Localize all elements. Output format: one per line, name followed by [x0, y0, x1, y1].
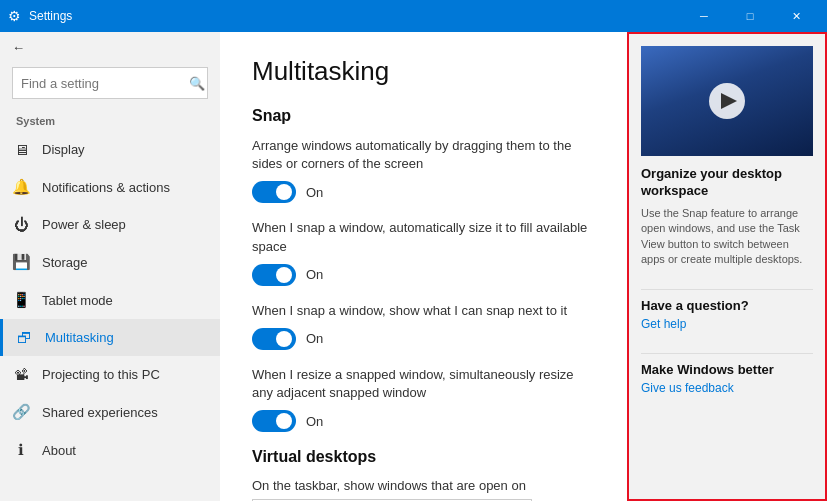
sidebar-item-label: Shared experiences — [42, 405, 158, 420]
snap-description: Arrange windows automatically by draggin… — [252, 137, 595, 173]
give-feedback-link[interactable]: Give us feedback — [641, 381, 813, 395]
sidebar-item-label: Storage — [42, 255, 88, 270]
panel-organize-description: Use the Snap feature to arrange open win… — [641, 206, 813, 268]
snap-toggle[interactable] — [252, 181, 296, 203]
panel-help-title: Have a question? — [641, 298, 813, 313]
tablet-icon: 📱 — [12, 291, 30, 309]
sidebar-item-label: Notifications & actions — [42, 180, 170, 195]
snap-resize-description: When I resize a snapped window, simultan… — [252, 366, 595, 402]
sidebar-item-label: Projecting to this PC — [42, 367, 160, 382]
snap-show-toggle[interactable] — [252, 328, 296, 350]
play-icon — [721, 93, 737, 109]
sidebar-item-display[interactable]: 🖥 Display — [0, 131, 220, 168]
snap-show-toggle-label: On — [306, 331, 323, 346]
sidebar-item-storage[interactable]: 💾 Storage — [0, 243, 220, 281]
multitasking-icon: 🗗 — [15, 329, 33, 346]
video-preview — [641, 46, 813, 156]
sidebar-item-power[interactable]: ⏻ Power & sleep — [0, 206, 220, 243]
virtual-desktops-title: Virtual desktops — [252, 448, 595, 466]
minimize-button[interactable]: ─ — [681, 0, 727, 32]
settings-icon: ⚙ — [8, 8, 21, 24]
taskbar-windows-label: On the taskbar, show windows that are op… — [252, 478, 595, 493]
sidebar-item-label: Tablet mode — [42, 293, 113, 308]
snap-fill-toggle-label: On — [306, 267, 323, 282]
sidebar-item-projecting[interactable]: 📽 Projecting to this PC — [0, 356, 220, 393]
panel-feedback-title: Make Windows better — [641, 362, 813, 377]
sidebar-item-label: Display — [42, 142, 85, 157]
snap-show-row: When I snap a window, show what I can sn… — [252, 302, 595, 350]
snap-title: Snap — [252, 107, 595, 125]
main-content: Multitasking Snap Arrange windows automa… — [220, 32, 627, 501]
nav-back-button[interactable]: ← — [0, 32, 220, 63]
virtual-desktops-section: Virtual desktops On the taskbar, show wi… — [252, 448, 595, 501]
search-box[interactable]: 🔍 — [12, 67, 208, 99]
video-thumbnail[interactable] — [641, 46, 813, 156]
sidebar-item-notifications[interactable]: 🔔 Notifications & actions — [0, 168, 220, 206]
app-body: ← 🔍 System 🖥 Display 🔔 Notifications & a… — [0, 32, 827, 501]
snap-fill-row: When I snap a window, automatically size… — [252, 219, 595, 285]
snap-show-description: When I snap a window, show what I can sn… — [252, 302, 595, 320]
search-input[interactable] — [21, 76, 189, 91]
storage-icon: 💾 — [12, 253, 30, 271]
snap-resize-toggle-label: On — [306, 414, 323, 429]
search-icon: 🔍 — [189, 76, 205, 91]
snap-toggle-label: On — [306, 185, 323, 200]
projecting-icon: 📽 — [12, 366, 30, 383]
snap-toggle-row: On — [252, 181, 595, 203]
panel-divider-1 — [641, 289, 813, 290]
sidebar: ← 🔍 System 🖥 Display 🔔 Notifications & a… — [0, 32, 220, 501]
play-button[interactable] — [709, 83, 745, 119]
about-icon: ℹ — [12, 441, 30, 459]
taskbar-windows-row: On the taskbar, show windows that are op… — [252, 478, 595, 501]
sidebar-item-multitasking[interactable]: 🗗 Multitasking — [0, 319, 220, 356]
display-icon: 🖥 — [12, 141, 30, 158]
power-icon: ⏻ — [12, 216, 30, 233]
sidebar-item-label: Power & sleep — [42, 217, 126, 232]
get-help-link[interactable]: Get help — [641, 317, 813, 331]
sidebar-item-tablet[interactable]: 📱 Tablet mode — [0, 281, 220, 319]
snap-fill-toggle-row: On — [252, 264, 595, 286]
close-button[interactable]: ✕ — [773, 0, 819, 32]
restore-button[interactable]: □ — [727, 0, 773, 32]
sidebar-item-shared[interactable]: 🔗 Shared experiences — [0, 393, 220, 431]
panel-divider-2 — [641, 353, 813, 354]
snap-resize-row: When I resize a snapped window, simultan… — [252, 366, 595, 432]
snap-section: Snap Arrange windows automatically by dr… — [252, 107, 595, 432]
snap-fill-description: When I snap a window, automatically size… — [252, 219, 595, 255]
snap-show-toggle-row: On — [252, 328, 595, 350]
shared-icon: 🔗 — [12, 403, 30, 421]
sidebar-item-label: Multitasking — [45, 330, 114, 345]
panel-organize-title: Organize your desktop workspace — [641, 166, 813, 200]
title-bar: ⚙ Settings ─ □ ✕ — [0, 0, 827, 32]
page-title: Multitasking — [252, 56, 595, 87]
sidebar-section-label: System — [0, 111, 220, 131]
snap-resize-toggle-row: On — [252, 410, 595, 432]
title-bar-title: Settings — [29, 9, 681, 23]
sidebar-item-about[interactable]: ℹ About — [0, 431, 220, 469]
snap-fill-toggle[interactable] — [252, 264, 296, 286]
right-panel: Organize your desktop workspace Use the … — [627, 32, 827, 501]
window-controls: ─ □ ✕ — [681, 0, 819, 32]
sidebar-item-label: About — [42, 443, 76, 458]
notifications-icon: 🔔 — [12, 178, 30, 196]
back-icon: ← — [12, 40, 25, 55]
snap-resize-toggle[interactable] — [252, 410, 296, 432]
